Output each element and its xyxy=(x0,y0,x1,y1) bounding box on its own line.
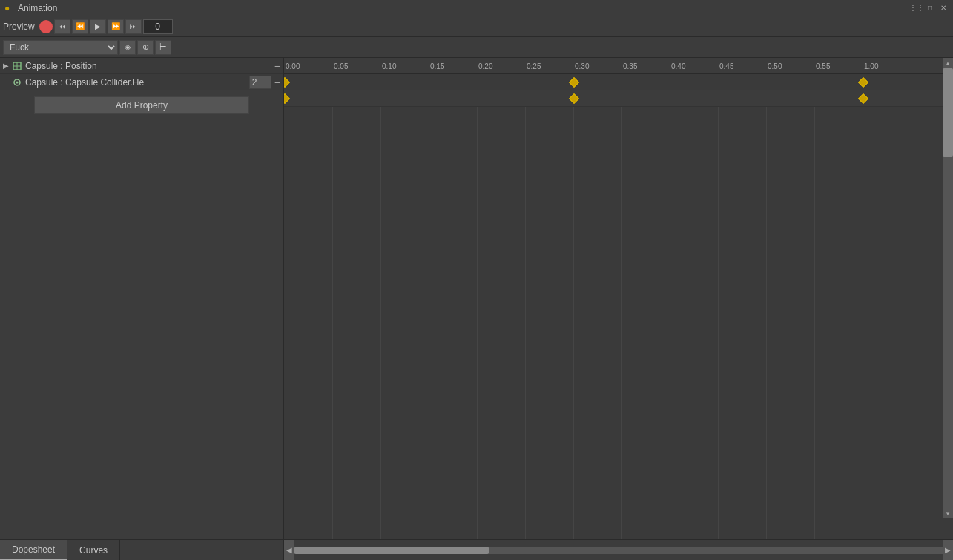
remove-property-collider-button[interactable]: − xyxy=(274,77,280,88)
timeline-scrollbar-area: ◀ ▶ xyxy=(284,540,953,560)
tick-020: 0:20 xyxy=(478,62,492,70)
scroll-up-button[interactable]: ▲ xyxy=(943,58,953,68)
remove-property-position-button[interactable]: − xyxy=(274,61,280,71)
window-title: Animation xyxy=(18,3,911,13)
property-row-position[interactable]: ▶ Capsule : Position − xyxy=(0,58,283,74)
timeline-row-position[interactable] xyxy=(284,74,953,90)
property-row-collider[interactable]: ▶ Capsule : Capsule Collider.He − xyxy=(0,74,283,90)
tick-100: 1:00 xyxy=(864,62,878,70)
tick-025: 0:25 xyxy=(527,62,541,70)
property-name-position: Capsule : Position xyxy=(25,61,274,71)
clip-toolbar: Fuck ◈ ⊕ ⊢ xyxy=(0,37,953,58)
expand-arrow-position[interactable]: ▶ xyxy=(3,62,9,70)
timeline-row-collider[interactable] xyxy=(284,90,953,107)
tick-010: 0:10 xyxy=(382,62,396,70)
menu-icon[interactable]: ⋮⋮ xyxy=(911,3,922,13)
title-bar: ● Animation ⋮⋮ □ ✕ xyxy=(0,0,953,16)
transport-toolbar: Preview ⏮ ⏪ ▶ ⏩ ⏭ xyxy=(0,16,953,37)
scroll-left-button[interactable]: ◀ xyxy=(284,540,294,560)
tick-005: 0:05 xyxy=(334,62,348,70)
tick-040: 0:40 xyxy=(671,62,685,70)
animation-icon: ● xyxy=(4,3,15,13)
keyframe-button[interactable]: ◈ xyxy=(119,40,136,55)
keyframe[interactable] xyxy=(284,76,290,87)
preview-label: Preview xyxy=(3,22,35,32)
tick-000: 0:00 xyxy=(286,62,300,70)
keyframe[interactable] xyxy=(569,76,579,87)
clip-selector[interactable]: Fuck xyxy=(3,40,118,55)
keyframe[interactable] xyxy=(284,93,290,103)
tick-055: 0:55 xyxy=(816,62,830,70)
tab-curves[interactable]: Curves xyxy=(67,540,120,560)
scroll-down-button[interactable]: ▼ xyxy=(943,508,953,518)
tick-015: 0:15 xyxy=(430,62,444,70)
bottom-bar: Dopesheet Curves ◀ ▶ xyxy=(0,539,953,560)
scrollbar-track-vert xyxy=(943,68,953,508)
timeline-content[interactable] xyxy=(284,74,953,539)
tick-035: 0:35 xyxy=(623,62,637,70)
maximize-icon[interactable]: □ xyxy=(925,3,935,13)
svg-point-4 xyxy=(16,81,19,83)
keyframe[interactable] xyxy=(569,93,579,103)
scroll-right-button[interactable]: ▶ xyxy=(943,540,953,560)
add-keyframe-button[interactable]: ⊕ xyxy=(137,40,154,55)
horizontal-scrollbar-track[interactable] xyxy=(294,547,943,554)
timeline-area: 0:00 0:05 0:10 0:15 0:20 0:25 0:30 0:35 … xyxy=(284,58,953,539)
go-to-start-button[interactable]: ⏮ xyxy=(54,19,70,34)
add-property-button[interactable]: Add Property xyxy=(34,96,249,114)
window-controls: ⋮⋮ □ ✕ xyxy=(911,3,949,13)
bottom-tabs: Dopesheet Curves xyxy=(0,540,284,560)
go-to-end-button[interactable]: ⏭ xyxy=(125,19,142,34)
play-button[interactable]: ▶ xyxy=(90,19,106,34)
transform-icon xyxy=(12,61,22,71)
timeline-grid xyxy=(284,74,953,539)
close-icon[interactable]: ✕ xyxy=(938,3,949,13)
keyframe-nav-button[interactable]: ⊢ xyxy=(155,40,171,55)
keyframe[interactable] xyxy=(858,93,868,103)
property-name-collider: Capsule : Capsule Collider.He xyxy=(25,77,249,88)
timeline-ruler: 0:00 0:05 0:10 0:15 0:20 0:25 0:30 0:35 … xyxy=(284,58,953,74)
collider-icon xyxy=(12,77,22,88)
frame-input[interactable] xyxy=(143,19,173,34)
record-button[interactable] xyxy=(39,20,53,33)
horizontal-scrollbar-thumb[interactable] xyxy=(294,547,489,554)
collider-height-input[interactable] xyxy=(249,76,271,89)
tick-045: 0:45 xyxy=(719,62,733,70)
previous-frame-button[interactable]: ⏪ xyxy=(72,19,88,34)
next-frame-button[interactable]: ⏩ xyxy=(108,19,124,34)
vertical-scrollbar[interactable]: ▲ ▼ xyxy=(943,58,953,518)
keyframe[interactable] xyxy=(858,76,868,87)
tick-050: 0:50 xyxy=(768,62,782,70)
left-panel: ▶ Capsule : Position − ▶ Capsule : Capsu… xyxy=(0,58,284,539)
main-area: ▶ Capsule : Position − ▶ Capsule : Capsu… xyxy=(0,58,953,539)
scrollbar-thumb-vert[interactable] xyxy=(943,68,953,157)
tab-dopesheet[interactable]: Dopesheet xyxy=(0,540,67,560)
tick-030: 0:30 xyxy=(575,62,589,70)
